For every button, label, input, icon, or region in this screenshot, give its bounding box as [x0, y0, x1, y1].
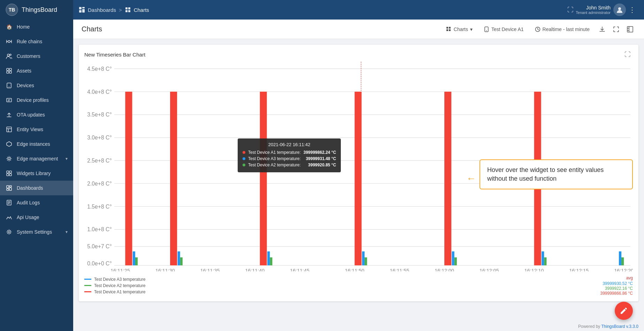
svg-rect-4 — [7, 68, 9, 70]
svg-text:3.0e+8 C°: 3.0e+8 C° — [87, 135, 112, 141]
bar-a2-3 — [270, 257, 272, 265]
sidebar-item-assets[interactable]: Assets — [0, 63, 73, 78]
sidebar-item-device-profiles[interactable]: Device profiles — [0, 93, 73, 107]
svg-rect-34 — [449, 27, 451, 29]
svg-rect-36 — [449, 29, 451, 31]
legend-values: avg 39999930.52 °C 3999922.16 °C 3999998… — [600, 276, 633, 296]
svg-rect-6 — [7, 71, 9, 73]
time-label-button[interactable]: Realtime - last minute — [531, 24, 594, 34]
sidebar-item-label: Audit Logs — [17, 200, 68, 205]
sidebar-item-entity-views[interactable]: Entity Views — [0, 122, 73, 137]
sidebar-item-label: Widgets Library — [17, 171, 68, 176]
sidebar-item-label: Entity Views — [17, 127, 68, 132]
svg-rect-31 — [128, 10, 130, 12]
topbar-user: John Smith Tenant administrator — [576, 3, 626, 16]
bar-a2-5 — [454, 257, 457, 265]
sidebar-item-edge-instances[interactable]: Edge instances — [0, 137, 73, 151]
sidebar-item-label: Edge management — [17, 156, 66, 161]
app-logo-text: ThingsBoard — [22, 6, 57, 14]
device-label-button[interactable]: Test Device A1 — [480, 24, 528, 34]
legend-color-a3 — [84, 279, 91, 280]
sidebar-logo: TB ThingsBoard — [0, 0, 73, 20]
breadcrumb-sep: > — [119, 7, 122, 13]
clock-icon — [535, 27, 540, 32]
bar-a2-7 — [621, 257, 624, 265]
widget-title-row: New Timeseries Bar Chart ⛶ — [84, 50, 633, 59]
bar-a3-7 — [619, 251, 621, 265]
sidebar-item-label: Api Usage — [17, 215, 68, 220]
svg-rect-7 — [9, 71, 12, 73]
pencil-icon — [620, 307, 628, 315]
callout-text: Hover over the widget to see entity valu… — [487, 166, 604, 182]
sidebar-item-rule-chains[interactable]: Rule chains — [0, 34, 73, 49]
more-options-icon[interactable]: ⋮ — [626, 4, 638, 15]
dropdown-arrow-icon: ▾ — [470, 27, 473, 32]
svg-rect-10 — [7, 98, 12, 102]
widget-expand-button[interactable]: ⛶ — [622, 50, 633, 59]
sidebar-item-ota-updates[interactable]: OTA updates — [0, 107, 73, 122]
svg-rect-30 — [125, 10, 128, 12]
legend-label-a3: Test Device A3 temperature — [94, 277, 145, 282]
time-label: Realtime - last minute — [543, 27, 590, 32]
sidebar-item-devices[interactable]: Devices — [0, 78, 73, 93]
download-button[interactable] — [597, 24, 608, 35]
sidebar-nav: 🏠 Home Rule chains Customers Assets — [0, 20, 73, 331]
bar-a1-4 — [355, 92, 362, 265]
svg-text:16:12:00: 16:12:00 — [435, 268, 454, 271]
widget-title: New Timeseries Bar Chart — [84, 52, 622, 58]
fab-edit-button[interactable] — [615, 302, 633, 320]
logo-icon: TB — [6, 3, 18, 16]
svg-text:16:12:15: 16:12:15 — [569, 268, 589, 271]
bar-a3-4 — [362, 251, 365, 265]
sidebar-item-widgets-library[interactable]: Widgets Library — [0, 166, 73, 181]
widget-card: New Timeseries Bar Chart ⛶ 4.5e+8 C° 4.0… — [79, 45, 638, 301]
sidebar-item-system-settings[interactable]: System Settings ▾ — [0, 225, 73, 239]
topbar-expand-icon[interactable]: ⛶ — [565, 4, 576, 16]
svg-rect-16 — [7, 174, 9, 176]
sidebar-item-label: Assets — [17, 68, 68, 74]
sidebar-item-dashboards[interactable]: Dashboards — [0, 181, 73, 195]
entity-views-icon — [6, 126, 13, 133]
breadcrumb-dashboards[interactable]: Dashboards — [88, 7, 116, 13]
svg-marker-12 — [7, 142, 12, 146]
sidebar-item-customers[interactable]: Customers — [0, 49, 73, 63]
svg-text:16:11:55: 16:11:55 — [390, 268, 409, 271]
x-axis: 16:11:25 16:11:30 16:11:35 16:11:40 16:1… — [110, 268, 633, 271]
svg-rect-15 — [9, 171, 12, 173]
svg-rect-40 — [627, 27, 633, 32]
svg-rect-35 — [446, 29, 448, 31]
main-area: Dashboards > Charts ⛶ John Smith Tenant … — [73, 0, 644, 331]
page-actions: Charts ▾ Test Device A1 Realtime - last … — [442, 24, 636, 35]
sidebar-item-label: Device profiles — [17, 97, 68, 103]
svg-rect-29 — [128, 7, 130, 9]
device-icon — [484, 27, 489, 32]
widgets-library-icon — [6, 170, 13, 177]
svg-text:2.0e+8 C°: 2.0e+8 C° — [87, 181, 112, 187]
bar-a1-5 — [444, 92, 451, 265]
svg-rect-14 — [7, 171, 9, 173]
legend-item-a3: Test Device A3 temperature — [84, 277, 145, 282]
legend-item-a1: Test Device A1 temperature — [84, 289, 145, 294]
fullscreen-button[interactable] — [611, 24, 622, 35]
bar-a3-3 — [267, 251, 270, 265]
svg-rect-28 — [125, 7, 128, 9]
footer-link[interactable]: ThingsBoard v.3.3.0 — [601, 324, 638, 329]
expand-button[interactable] — [624, 24, 636, 35]
bar-a1-1 — [125, 92, 132, 265]
bar-a1-3 — [260, 92, 267, 265]
legend-item-a2: Test Device A2 temperature — [84, 283, 145, 288]
charts-dropdown-label: Charts — [454, 27, 468, 32]
sidebar-item-label: Rule chains — [17, 39, 68, 44]
svg-text:3.5e+8 C°: 3.5e+8 C° — [87, 112, 112, 118]
sidebar-item-home[interactable]: 🏠 Home — [0, 20, 73, 34]
sidebar-item-edge-management[interactable]: Edge management ▾ — [0, 151, 73, 166]
sidebar-item-audit-logs[interactable]: Audit Logs — [0, 195, 73, 210]
charts-dropdown-button[interactable]: Charts ▾ — [442, 24, 477, 34]
assets-icon — [6, 67, 13, 74]
audit-logs-icon — [6, 199, 13, 206]
svg-text:16:12:05: 16:12:05 — [480, 268, 499, 271]
system-settings-icon — [6, 228, 13, 235]
avatar[interactable] — [613, 3, 626, 16]
ota-updates-icon — [6, 111, 13, 118]
sidebar-item-api-usage[interactable]: Api Usage — [0, 210, 73, 225]
